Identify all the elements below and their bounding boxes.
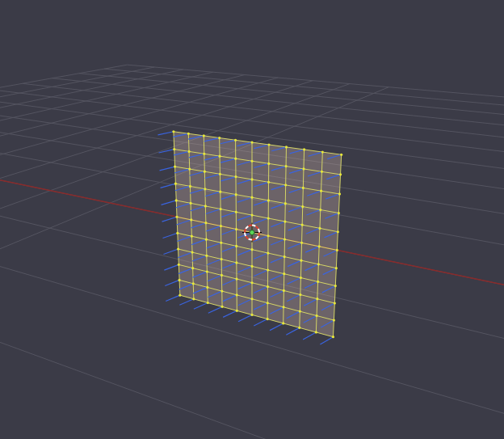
3d-viewport[interactable] <box>0 0 504 439</box>
